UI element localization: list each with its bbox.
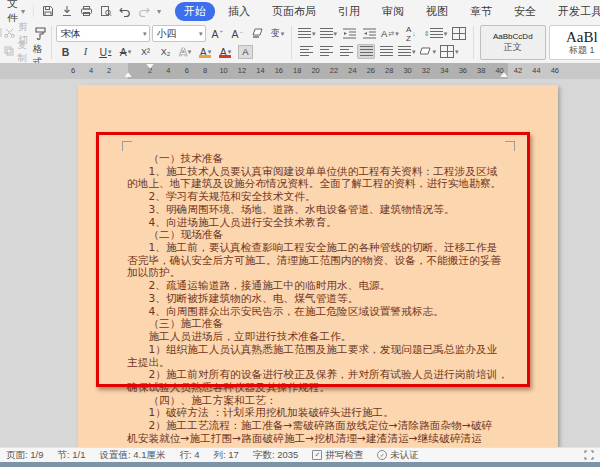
certification-label: 未认证 <box>390 449 419 462</box>
word-count[interactable]: 字数: 2035 <box>253 449 298 462</box>
increase-indent-button[interactable] <box>360 26 378 41</box>
clear-format-button[interactable] <box>248 26 266 41</box>
ruler-number: 8 <box>203 66 207 75</box>
font-group: 宋体 ▾ 小四 ▾ A⁺ A⁻ 变▾ B I U▾ A▾ X² X₂ A▾ <box>54 22 288 63</box>
shrink-font-button[interactable]: A⁻ <box>228 26 246 41</box>
paragraph-spacing-button[interactable]: ▾ <box>397 44 417 59</box>
font-family-select[interactable]: 宋体 ▾ <box>56 25 150 42</box>
align-right-button[interactable] <box>337 44 355 59</box>
grow-font-button[interactable]: A⁺ <box>208 26 226 41</box>
copy-button[interactable]: 复制 <box>4 44 28 60</box>
left-indent-marker[interactable] <box>124 72 132 77</box>
status-bar: 页面: 1/9 节: 1/1 设置值: 4.1厘米 行: 4 列: 17 字数:… <box>0 447 600 462</box>
font-family-value: 宋体 <box>60 27 80 41</box>
underline-button[interactable]: U▾ <box>96 44 114 59</box>
ruler-number: 16 <box>275 66 283 75</box>
toolbar-separator <box>291 26 292 59</box>
font-size-select[interactable]: 小四 ▾ <box>152 25 206 42</box>
bullet-list-button[interactable]: ▾ <box>297 26 317 41</box>
font-size-value: 小四 <box>156 27 176 41</box>
ruler-number: 14 <box>256 66 264 75</box>
ruler-number: 4 <box>89 66 93 75</box>
undo-button[interactable] <box>119 6 131 17</box>
borders-button[interactable]: ▾ <box>439 44 460 59</box>
paragraph-group: ▾ ▾ A⇄▾ AZ↓ ⇕▾ ▾ ▾ ▾ <box>295 22 470 63</box>
ribbon-tabs: 开始 插入 页面布局 引用 审阅 视图 章节 安全 开发工具 特色应用 <box>175 2 600 21</box>
strikethrough-button[interactable]: A▾ <box>116 44 134 59</box>
ruler-number: 18 <box>293 66 301 75</box>
distribute-button[interactable] <box>377 44 395 59</box>
toolbar-separator <box>51 26 52 59</box>
ruler-number: 10 <box>219 66 227 75</box>
ruler-number: 28 <box>385 66 393 75</box>
character-shading-button[interactable]: A <box>236 44 254 59</box>
section-indicator[interactable]: 节: 1/1 <box>58 449 86 462</box>
style-heading1[interactable]: AaBl 标题 1 <box>549 25 600 60</box>
ribbon-toolbar: 剪切 复制 格式刷 宋体 ▾ 小四 ▾ <box>0 22 600 64</box>
numbered-list-button[interactable]: ▾ <box>319 26 339 41</box>
ruler-number: 26 <box>367 66 375 75</box>
tab-review[interactable]: 审阅 <box>373 2 413 21</box>
highlight-color-button[interactable]: A▾ <box>196 44 214 59</box>
chevron-down-icon: ▾ <box>21 7 25 16</box>
line-spacing-button[interactable]: ⇕▾ <box>422 26 448 41</box>
text-direction-button[interactable]: A⇄▾ <box>380 26 400 41</box>
column-indicator: 列: 17 <box>214 449 239 462</box>
document-line: 1）破碎方法 ：计划采用挖机加装破碎头进行施工。 <box>127 406 515 419</box>
align-center-button[interactable] <box>317 44 335 59</box>
document-workspace[interactable]: （一）技术准备 1、施工技术人员要认真审阅建设单单位供的工程有关资料：工程涉及区… <box>0 79 600 447</box>
tab-section[interactable]: 章节 <box>461 2 501 21</box>
ruler-number: 24 <box>348 66 356 75</box>
align-justify-button[interactable] <box>357 44 375 59</box>
tab-references[interactable]: 引用 <box>329 2 369 21</box>
document-page[interactable]: （一）技术准备 1、施工技术人员要认真审阅建设单单位供的工程有关资料：工程涉及区… <box>78 85 558 447</box>
document-line: （四）、施工方案和工艺： <box>127 394 515 407</box>
spellcheck-toggle[interactable]: ✓ 拼写检查 <box>312 449 363 462</box>
chevron-down-icon: ▾ <box>143 30 147 38</box>
bold-button[interactable]: B <box>56 44 74 59</box>
shading-button[interactable]: ▾ <box>419 44 438 59</box>
toolbar-separator <box>473 26 474 59</box>
phonetic-guide-button[interactable]: 变▾ <box>268 26 286 41</box>
font-color-button[interactable]: A▾ <box>216 44 234 59</box>
text-effects-button[interactable]: A▾ <box>176 44 194 59</box>
save-button[interactable] <box>42 5 54 17</box>
wps-writer-window: 文件 ▾ ▾ 开始 插入 页面布局 引用 审阅 视图 章节 安全 开发工具 特色… <box>0 0 600 467</box>
redo-button[interactable] <box>138 6 150 17</box>
print-preview-button[interactable] <box>100 5 112 17</box>
styles-gallery: AaBbCcDd 正文 AaBl 标题 1 AaBb( 标题 2 <box>477 22 600 63</box>
superscript-button[interactable]: X² <box>136 44 154 59</box>
style-normal[interactable]: AaBbCcDd 正文 <box>480 25 546 60</box>
tab-security[interactable]: 安全 <box>505 2 545 21</box>
taskbar-edge <box>0 462 600 467</box>
paste-button-partial[interactable] <box>0 28 2 57</box>
decrease-indent-button[interactable] <box>340 26 358 41</box>
tab-developer[interactable]: 开发工具 <box>549 2 600 21</box>
line-indicator: 行: 4 <box>180 449 200 462</box>
table-convert-button[interactable] <box>450 26 468 41</box>
horizontal-ruler[interactable]: 6422468101214161820222426283032343638404… <box>0 63 600 79</box>
setting-value[interactable]: 设置值: 4.1厘米 <box>100 449 166 462</box>
brush-icon <box>33 26 48 43</box>
export-button[interactable] <box>61 5 73 17</box>
page-indicator[interactable]: 页面: 1/9 <box>6 449 44 462</box>
certification-status[interactable]: ✓ 未认证 <box>377 449 419 462</box>
right-indent-marker[interactable] <box>500 72 508 77</box>
tab-insert[interactable]: 插入 <box>219 2 259 21</box>
subscript-button[interactable]: X₂ <box>156 44 174 59</box>
tab-view[interactable]: 视图 <box>417 2 457 21</box>
format-painter-button[interactable]: 格式刷 <box>33 26 48 60</box>
print-button[interactable] <box>80 5 93 17</box>
fullscreen-button[interactable] <box>584 450 594 460</box>
sort-button[interactable]: AZ↓ <box>402 26 420 41</box>
style-label: 正文 <box>504 42 522 53</box>
first-line-indent-marker[interactable] <box>146 64 154 69</box>
align-left-button[interactable] <box>297 44 315 59</box>
ruler-number: 42 <box>514 66 522 75</box>
tab-page-layout[interactable]: 页面布局 <box>263 2 325 21</box>
clipboard-group: 剪切 复制 格式刷 <box>4 22 48 63</box>
italic-button[interactable]: I <box>76 44 94 59</box>
tab-home[interactable]: 开始 <box>175 2 215 21</box>
chevron-down-icon: ▾ <box>199 30 203 38</box>
qat-more-icon[interactable]: ▾ <box>157 7 161 16</box>
